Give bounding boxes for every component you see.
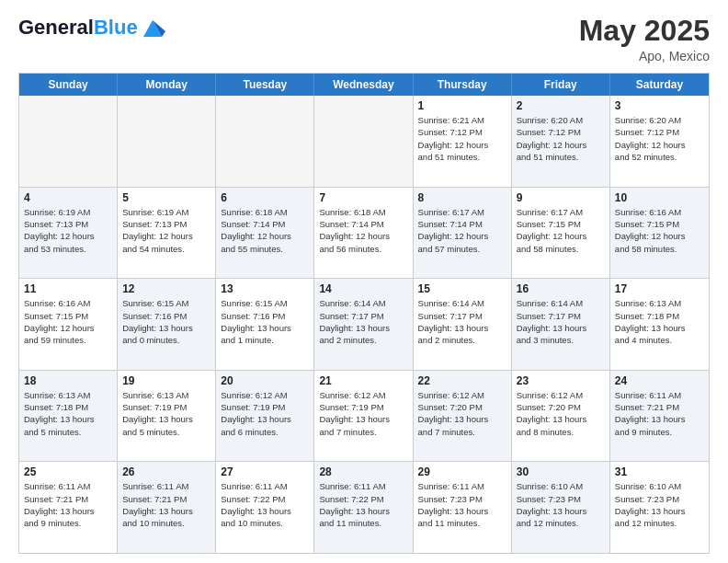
header-wednesday: Wednesday	[314, 74, 413, 96]
calendar-cell-r2-c1: 4Sunrise: 6:19 AM Sunset: 7:13 PM Daylig…	[19, 188, 118, 279]
day-number: 16	[517, 282, 605, 295]
calendar: Sunday Monday Tuesday Wednesday Thursday…	[18, 73, 710, 554]
day-number: 28	[319, 465, 407, 478]
day-number: 5	[122, 191, 210, 204]
day-number: 12	[122, 282, 210, 295]
day-number: 19	[122, 374, 210, 387]
calendar-row-2: 4Sunrise: 6:19 AM Sunset: 7:13 PM Daylig…	[19, 187, 709, 279]
day-number: 20	[221, 374, 309, 387]
logo-icon	[140, 15, 165, 40]
day-info: Sunrise: 6:18 AM Sunset: 7:14 PM Dayligh…	[221, 206, 309, 255]
header: GeneralBlue May 2025 Apo, Mexico	[18, 15, 710, 63]
calendar-cell-r5-c4: 28Sunrise: 6:11 AM Sunset: 7:22 PM Dayli…	[314, 462, 413, 553]
calendar-row-3: 11Sunrise: 6:16 AM Sunset: 7:15 PM Dayli…	[19, 278, 709, 370]
day-number: 4	[24, 191, 112, 204]
day-info: Sunrise: 6:11 AM Sunset: 7:21 PM Dayligh…	[122, 480, 210, 529]
day-info: Sunrise: 6:15 AM Sunset: 7:16 PM Dayligh…	[122, 297, 210, 346]
header-friday: Friday	[512, 74, 610, 96]
calendar-cell-r1-c4	[314, 96, 413, 187]
day-number: 25	[24, 465, 112, 478]
logo-text: GeneralBlue	[18, 17, 138, 38]
day-info: Sunrise: 6:18 AM Sunset: 7:14 PM Dayligh…	[319, 206, 407, 255]
day-number: 1	[418, 99, 506, 112]
day-number: 24	[615, 374, 704, 387]
calendar-cell-r4-c2: 19Sunrise: 6:13 AM Sunset: 7:19 PM Dayli…	[118, 371, 216, 462]
calendar-cell-r2-c4: 7Sunrise: 6:18 AM Sunset: 7:14 PM Daylig…	[314, 188, 413, 279]
day-info: Sunrise: 6:14 AM Sunset: 7:17 PM Dayligh…	[418, 297, 506, 346]
location: Apo, Mexico	[579, 49, 710, 63]
calendar-cell-r5-c1: 25Sunrise: 6:11 AM Sunset: 7:21 PM Dayli…	[19, 462, 118, 553]
day-info: Sunrise: 6:12 AM Sunset: 7:20 PM Dayligh…	[418, 389, 506, 438]
calendar-cell-r3-c6: 16Sunrise: 6:14 AM Sunset: 7:17 PM Dayli…	[512, 279, 610, 370]
calendar-cell-r4-c4: 21Sunrise: 6:12 AM Sunset: 7:19 PM Dayli…	[314, 371, 413, 462]
calendar-cell-r4-c5: 22Sunrise: 6:12 AM Sunset: 7:20 PM Dayli…	[414, 371, 512, 462]
day-info: Sunrise: 6:11 AM Sunset: 7:21 PM Dayligh…	[24, 480, 112, 529]
day-info: Sunrise: 6:13 AM Sunset: 7:19 PM Dayligh…	[122, 389, 210, 438]
day-number: 11	[24, 282, 112, 295]
day-info: Sunrise: 6:17 AM Sunset: 7:14 PM Dayligh…	[418, 206, 506, 255]
day-number: 3	[615, 99, 704, 112]
day-number: 2	[517, 99, 605, 112]
calendar-cell-r1-c3	[216, 96, 314, 187]
day-number: 6	[221, 191, 309, 204]
day-number: 18	[24, 374, 112, 387]
day-number: 22	[418, 374, 506, 387]
day-number: 23	[517, 374, 605, 387]
calendar-cell-r4-c6: 23Sunrise: 6:12 AM Sunset: 7:20 PM Dayli…	[512, 371, 610, 462]
day-number: 14	[319, 282, 407, 295]
day-info: Sunrise: 6:21 AM Sunset: 7:12 PM Dayligh…	[418, 114, 506, 163]
calendar-body: 1Sunrise: 6:21 AM Sunset: 7:12 PM Daylig…	[19, 96, 709, 553]
day-number: 26	[122, 465, 210, 478]
day-number: 27	[221, 465, 309, 478]
calendar-cell-r1-c6: 2Sunrise: 6:20 AM Sunset: 7:12 PM Daylig…	[512, 96, 610, 187]
header-saturday: Saturday	[610, 74, 709, 96]
day-info: Sunrise: 6:16 AM Sunset: 7:15 PM Dayligh…	[24, 297, 112, 346]
day-number: 7	[319, 191, 407, 204]
day-number: 17	[615, 282, 704, 295]
day-info: Sunrise: 6:20 AM Sunset: 7:12 PM Dayligh…	[517, 114, 605, 163]
header-monday: Monday	[118, 74, 216, 96]
day-number: 31	[615, 465, 704, 478]
day-number: 8	[418, 191, 506, 204]
calendar-row-4: 18Sunrise: 6:13 AM Sunset: 7:18 PM Dayli…	[19, 370, 709, 462]
day-info: Sunrise: 6:19 AM Sunset: 7:13 PM Dayligh…	[122, 206, 210, 255]
day-info: Sunrise: 6:12 AM Sunset: 7:19 PM Dayligh…	[319, 389, 407, 438]
day-number: 29	[418, 465, 506, 478]
day-info: Sunrise: 6:14 AM Sunset: 7:17 PM Dayligh…	[517, 297, 605, 346]
calendar-cell-r4-c1: 18Sunrise: 6:13 AM Sunset: 7:18 PM Dayli…	[19, 371, 118, 462]
page: GeneralBlue May 2025 Apo, Mexico Sunday …	[0, 0, 728, 563]
day-info: Sunrise: 6:14 AM Sunset: 7:17 PM Dayligh…	[319, 297, 407, 346]
calendar-cell-r1-c2	[118, 96, 216, 187]
calendar-cell-r3-c5: 15Sunrise: 6:14 AM Sunset: 7:17 PM Dayli…	[414, 279, 512, 370]
calendar-cell-r3-c4: 14Sunrise: 6:14 AM Sunset: 7:17 PM Dayli…	[314, 279, 413, 370]
calendar-header: Sunday Monday Tuesday Wednesday Thursday…	[19, 74, 709, 96]
calendar-cell-r1-c7: 3Sunrise: 6:20 AM Sunset: 7:12 PM Daylig…	[610, 96, 709, 187]
calendar-cell-r1-c1	[19, 96, 118, 187]
day-number: 13	[221, 282, 309, 295]
calendar-cell-r3-c2: 12Sunrise: 6:15 AM Sunset: 7:16 PM Dayli…	[118, 279, 216, 370]
calendar-cell-r4-c7: 24Sunrise: 6:11 AM Sunset: 7:21 PM Dayli…	[610, 371, 709, 462]
logo: GeneralBlue	[18, 15, 165, 40]
calendar-row-1: 1Sunrise: 6:21 AM Sunset: 7:12 PM Daylig…	[19, 96, 709, 187]
day-info: Sunrise: 6:11 AM Sunset: 7:23 PM Dayligh…	[418, 480, 506, 529]
day-number: 21	[319, 374, 407, 387]
day-info: Sunrise: 6:12 AM Sunset: 7:19 PM Dayligh…	[221, 389, 309, 438]
calendar-cell-r2-c2: 5Sunrise: 6:19 AM Sunset: 7:13 PM Daylig…	[118, 188, 216, 279]
calendar-cell-r1-c5: 1Sunrise: 6:21 AM Sunset: 7:12 PM Daylig…	[414, 96, 512, 187]
header-thursday: Thursday	[414, 74, 512, 96]
day-info: Sunrise: 6:16 AM Sunset: 7:15 PM Dayligh…	[615, 206, 704, 255]
day-info: Sunrise: 6:11 AM Sunset: 7:22 PM Dayligh…	[221, 480, 309, 529]
calendar-cell-r5-c7: 31Sunrise: 6:10 AM Sunset: 7:23 PM Dayli…	[610, 462, 709, 553]
day-number: 30	[517, 465, 605, 478]
day-info: Sunrise: 6:11 AM Sunset: 7:22 PM Dayligh…	[319, 480, 407, 529]
calendar-cell-r2-c5: 8Sunrise: 6:17 AM Sunset: 7:14 PM Daylig…	[414, 188, 512, 279]
calendar-cell-r4-c3: 20Sunrise: 6:12 AM Sunset: 7:19 PM Dayli…	[216, 371, 314, 462]
day-number: 9	[517, 191, 605, 204]
calendar-cell-r2-c3: 6Sunrise: 6:18 AM Sunset: 7:14 PM Daylig…	[216, 188, 314, 279]
calendar-cell-r2-c6: 9Sunrise: 6:17 AM Sunset: 7:15 PM Daylig…	[512, 188, 610, 279]
day-info: Sunrise: 6:15 AM Sunset: 7:16 PM Dayligh…	[221, 297, 309, 346]
calendar-cell-r5-c3: 27Sunrise: 6:11 AM Sunset: 7:22 PM Dayli…	[216, 462, 314, 553]
day-info: Sunrise: 6:10 AM Sunset: 7:23 PM Dayligh…	[517, 480, 605, 529]
calendar-cell-r5-c6: 30Sunrise: 6:10 AM Sunset: 7:23 PM Dayli…	[512, 462, 610, 553]
calendar-row-5: 25Sunrise: 6:11 AM Sunset: 7:21 PM Dayli…	[19, 461, 709, 553]
